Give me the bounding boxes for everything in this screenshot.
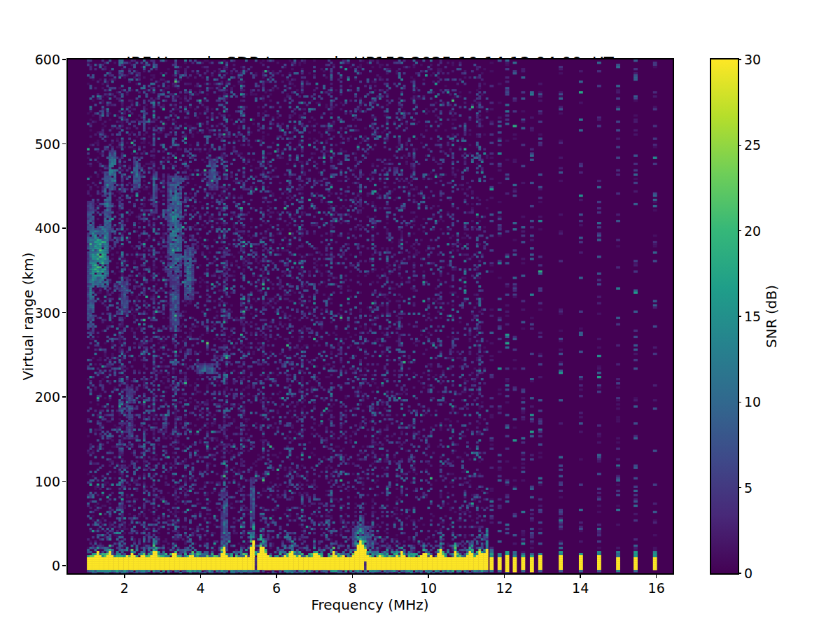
colorbar-tick: [738, 573, 741, 574]
colorbar-tick-label: 0: [744, 565, 775, 582]
x-tick-label: 4: [179, 580, 221, 596]
y-tick: [62, 312, 66, 314]
colorbar-tick: [738, 230, 741, 232]
x-tick: [504, 575, 505, 578]
x-tick-label: 16: [636, 580, 678, 596]
y-tick: [62, 59, 66, 60]
y-tick-label: 500: [11, 136, 60, 153]
x-tick-label: 10: [407, 580, 449, 596]
y-tick: [62, 396, 66, 398]
y-tick: [62, 227, 66, 229]
colorbar-tick: [738, 59, 741, 60]
ionogram-figure: IRF Uppsala SDR Ionosonde UP158 2025-10-…: [0, 0, 840, 630]
colorbar: [710, 58, 739, 575]
x-tick-label: 2: [104, 580, 146, 596]
colorbar-tick-label: 15: [744, 308, 775, 325]
x-tick: [124, 575, 125, 578]
colorbar-tick-label: 5: [744, 479, 775, 496]
colorbar-tick: [738, 402, 741, 403]
y-tick-label: 300: [11, 304, 60, 321]
x-tick: [352, 575, 354, 578]
y-tick-label: 600: [11, 51, 60, 68]
x-tick: [580, 575, 581, 578]
x-tick: [428, 575, 429, 578]
y-tick: [62, 144, 66, 145]
x-tick: [276, 575, 277, 578]
heatmap-canvas: [68, 59, 673, 573]
colorbar-tick-label: 20: [744, 223, 775, 239]
x-tick: [656, 575, 657, 578]
colorbar-tick: [738, 487, 741, 489]
x-tick-label: 14: [559, 580, 601, 596]
y-tick-label: 400: [11, 220, 60, 237]
x-axis-label: Frequency (MHz): [67, 596, 673, 613]
colorbar-tick-label: 25: [744, 136, 775, 153]
x-tick-label: 12: [484, 580, 526, 596]
x-tick-label: 6: [255, 580, 298, 596]
x-tick-label: 8: [332, 580, 374, 596]
plot-area: [66, 58, 674, 575]
y-tick: [62, 565, 66, 566]
colorbar-tick: [738, 145, 741, 146]
y-tick: [62, 481, 66, 482]
y-tick-label: 200: [11, 388, 60, 405]
y-tick-label: 100: [11, 473, 60, 490]
x-tick: [200, 575, 202, 578]
colorbar-tick-label: 10: [744, 393, 775, 410]
colorbar-tick-label: 30: [744, 51, 775, 68]
y-tick-label: 0: [11, 557, 60, 574]
colorbar-tick: [738, 316, 741, 317]
